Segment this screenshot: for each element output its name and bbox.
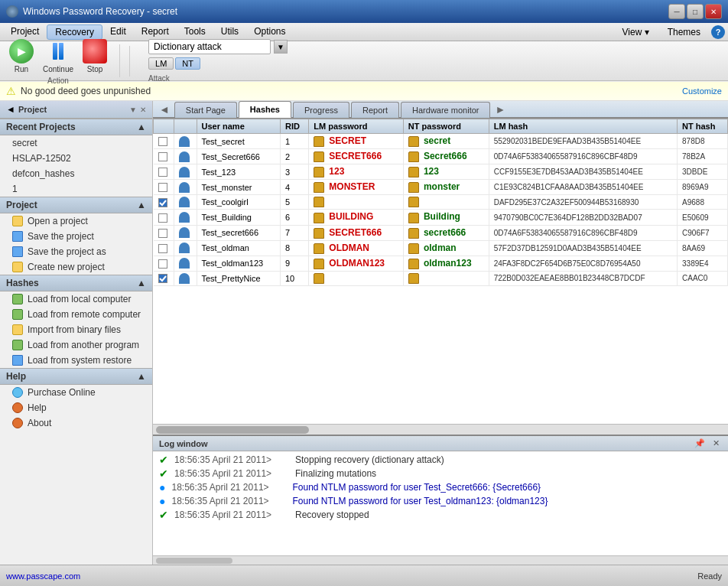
log-scroll-thumb[interactable] <box>156 558 232 564</box>
lm-button[interactable]: LM <box>148 57 174 70</box>
row-rid: 5 <box>280 195 308 210</box>
checkbox[interactable] <box>158 168 167 177</box>
lm-lock-icon <box>314 228 324 239</box>
col-nt-hash[interactable]: NT hash <box>678 119 728 134</box>
help-section[interactable]: Help ▲ <box>0 368 152 385</box>
checkbox[interactable] <box>158 213 167 223</box>
horizontal-scrollbar[interactable] <box>153 424 728 435</box>
recent-projects-section[interactable]: Recent Projects ▲ <box>0 119 152 135</box>
row-checkbox[interactable] <box>154 164 174 180</box>
open-project-item[interactable]: Open a project <box>0 213 152 229</box>
row-user-icon <box>174 164 197 180</box>
checkbox[interactable] <box>158 198 167 207</box>
log-title: Log window <box>159 439 208 448</box>
tab-prev[interactable]: ◄ <box>156 102 173 117</box>
log-horizontal-scroll[interactable] <box>153 555 728 565</box>
maximize-button[interactable]: □ <box>687 4 704 19</box>
log-pin[interactable]: 📌 <box>692 438 707 448</box>
dropdown-arrow[interactable]: ▼ <box>274 40 288 54</box>
row-checkbox[interactable] <box>154 180 174 195</box>
continue-button[interactable]: Continue <box>40 37 76 75</box>
row-username: Test_monster <box>197 180 280 195</box>
load-local-item[interactable]: Load from local computer <box>0 291 152 307</box>
attack-type-dropdown[interactable]: Dictionary attack Brute force attack Rai… <box>148 39 271 54</box>
log-entry: ✔ 18:56:35 April 21 2011> Recovery stopp… <box>153 508 728 522</box>
project-item-defcon[interactable]: defcon_hashes <box>0 166 152 181</box>
col-lm-hash[interactable]: LM hash <box>489 119 677 134</box>
col-rid[interactable]: RID <box>280 119 308 134</box>
row-nt-hash: 3DBDE <box>678 164 728 180</box>
lm-lock-icon <box>314 213 324 223</box>
status-ready: Ready <box>697 571 722 581</box>
row-user-icon <box>174 195 197 210</box>
log-close[interactable]: ✕ <box>710 438 722 448</box>
checkbox[interactable] <box>158 152 167 161</box>
menu-themes[interactable]: Themes <box>660 25 708 39</box>
sidebar-pin[interactable]: ▼ <box>129 106 137 114</box>
checkbox[interactable] <box>158 137 167 146</box>
save-project-as-item[interactable]: Save the project as <box>0 244 152 259</box>
stop-button[interactable]: Stop <box>80 37 110 75</box>
checkbox[interactable] <box>158 229 167 238</box>
project-item-hslap[interactable]: HSLAP-12502 <box>0 151 152 166</box>
tab-report[interactable]: Report <box>351 102 399 118</box>
row-lm-password: SECRET666 <box>309 149 404 164</box>
run-button[interactable]: ▶ Run <box>6 37 37 75</box>
help-button[interactable]: ? <box>711 25 725 39</box>
tab-hashes[interactable]: Hashes <box>239 101 291 118</box>
create-project-item[interactable]: Create new project <box>0 259 152 275</box>
project-label: HSLAP-12502 <box>12 153 71 164</box>
sidebar-close[interactable]: ✕ <box>140 106 146 114</box>
log-window: Log window 📌 ✕ ✔ 18:56:35 April 21 2011>… <box>153 435 728 565</box>
attack-section: Dictionary attack Brute force attack Rai… <box>139 36 297 86</box>
checkbox[interactable] <box>158 274 167 283</box>
right-panel: ◄ Start Page Hashes Progress Report Hard… <box>153 101 728 565</box>
app-icon <box>6 5 18 18</box>
nt-lock-icon <box>408 228 419 239</box>
row-checkbox[interactable] <box>154 240 174 256</box>
user-icon <box>179 151 190 162</box>
website-link[interactable]: www.passcape.com <box>6 571 80 581</box>
checkbox[interactable] <box>158 244 167 253</box>
tab-start-page[interactable]: Start Page <box>174 102 237 118</box>
load-remote-item[interactable]: Load from remote computer <box>0 307 152 322</box>
load-restore-item[interactable]: Load from system restore <box>0 353 152 368</box>
about-item[interactable]: About <box>0 415 152 431</box>
col-lm-password[interactable]: LM password <box>309 119 404 134</box>
row-checkbox[interactable] <box>154 134 174 149</box>
h-scroll-thumb[interactable] <box>156 426 309 434</box>
menu-view[interactable]: View ▾ <box>615 25 657 39</box>
row-checkbox[interactable] <box>154 256 174 271</box>
help-item[interactable]: Help <box>0 400 152 415</box>
row-nt-password: 123 <box>403 164 489 180</box>
project-item-secret[interactable]: secret <box>0 135 152 151</box>
col-username[interactable]: User name <box>197 119 280 134</box>
minimize-button[interactable]: ─ <box>668 4 685 19</box>
table-row: Test_Secret666 2 SECRET666 Secret666 0D7… <box>154 149 728 164</box>
hashes-section[interactable]: Hashes ▲ <box>0 275 152 291</box>
nt-button[interactable]: NT <box>175 57 200 70</box>
project-section[interactable]: Project ▲ <box>0 197 152 213</box>
import-binary-item[interactable]: Import from binary files <box>0 322 152 337</box>
close-button[interactable]: ✕ <box>705 4 722 19</box>
row-checkbox[interactable] <box>154 271 174 285</box>
checkbox[interactable] <box>158 183 167 192</box>
project-item-1[interactable]: 1 <box>0 181 152 197</box>
row-checkbox[interactable] <box>154 195 174 210</box>
row-nt-hash: 78B2A <box>678 149 728 164</box>
row-checkbox[interactable] <box>154 210 174 225</box>
customize-link[interactable]: Customize <box>682 86 722 96</box>
tab-hardware-monitor[interactable]: Hardware monitor <box>401 102 490 118</box>
tabs-bar: ◄ Start Page Hashes Progress Report Hard… <box>153 101 728 119</box>
tab-progress[interactable]: Progress <box>293 102 349 118</box>
load-program-item[interactable]: Load from another program <box>0 337 152 353</box>
tab-next[interactable]: ► <box>492 102 509 117</box>
col-nt-password[interactable]: NT password <box>403 119 489 134</box>
row-nt-password <box>403 271 489 285</box>
table-row: Test_secret 1 SECRET secret 552902031BED… <box>154 134 728 149</box>
row-checkbox[interactable] <box>154 225 174 240</box>
row-checkbox[interactable] <box>154 149 174 164</box>
save-project-item[interactable]: Save the project <box>0 229 152 244</box>
checkbox[interactable] <box>158 259 167 269</box>
purchase-online-item[interactable]: Purchase Online <box>0 385 152 400</box>
